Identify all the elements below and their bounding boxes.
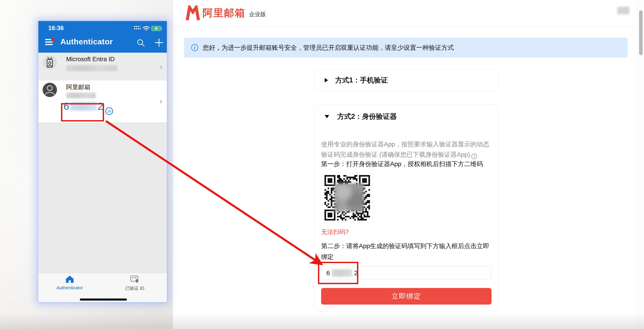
method2-description: 使用专业的身份验证器App，按照要求输入验证器显示的动态验证码完成身份验证 (请…	[321, 139, 493, 160]
screenshot-root: 16:36	[0, 0, 644, 329]
step1-instruction: 第一步：打开身份验证器App，授权相机后扫描下方二维码	[321, 160, 493, 168]
method1-title: 方式1：手机验证	[335, 75, 388, 85]
phone-app-header: 16:36	[38, 21, 167, 53]
add-account-icon[interactable]	[154, 38, 164, 47]
verified-id-card-icon	[130, 276, 139, 283]
phone-tab-bar: Authenticator 已验证 ID	[38, 273, 167, 302]
collapse-caret-icon	[325, 78, 328, 82]
phone-app-title: Authenticator	[60, 37, 113, 46]
brand-name: 阿里邮箱	[202, 6, 246, 20]
bind-now-button[interactable]: 立即绑定	[321, 288, 492, 305]
alimail-web-page: 阿里邮箱 企业版 i 您好，为进一步提升邮箱账号安全，管理员已开启双重认证功能，…	[173, 0, 644, 329]
blurred-account-email	[66, 65, 117, 71]
menu-icon[interactable]	[45, 39, 54, 47]
avatar	[42, 55, 57, 70]
status-bar-icons	[134, 25, 162, 32]
chevron-right-icon: ›	[160, 62, 162, 71]
cannot-scan-link[interactable]: 无法扫码?	[321, 228, 349, 236]
cellular-dual-sim-icon	[134, 26, 140, 29]
security-notice-banner: i 您好，为进一步提升邮箱账号安全，管理员已开启双重认证功能，请至少设置一种验证…	[184, 38, 628, 58]
divider	[321, 128, 492, 128]
account-name: 阿里邮箱	[66, 83, 90, 91]
annotation-box-input-code	[318, 262, 358, 284]
notification-dot	[51, 38, 54, 41]
id-badge-icon	[45, 57, 54, 68]
account-row-entra-id[interactable]: Microsoft Entra ID ›	[38, 53, 167, 80]
alimail-logo: 阿里邮箱 企业版	[186, 5, 266, 21]
avatar	[42, 83, 57, 97]
blurred-qr-center	[334, 183, 364, 212]
account-name: Microsoft Entra ID	[66, 56, 114, 63]
otp-countdown-timer: 28	[106, 107, 113, 115]
status-bar-time: 16:36	[48, 25, 64, 31]
method1-panel[interactable]: 方式1：手机验证	[314, 69, 498, 91]
scrollbar-track[interactable]	[638, 0, 644, 329]
info-icon[interactable]: i	[471, 154, 477, 159]
banner-text: 您好，为进一步提升邮箱账号安全，管理员已开启双重认证功能，请至少设置一种验证方式	[203, 43, 454, 52]
tab-verified-id[interactable]: 已验证 ID	[110, 276, 160, 291]
tab-label: Authenticator	[45, 285, 94, 291]
alimail-m-logo-icon	[186, 5, 200, 21]
annotation-box-phone-code	[61, 103, 104, 121]
home-indicator-bar[interactable]	[80, 299, 127, 301]
person-icon	[42, 83, 57, 97]
blurred-user-account-chip[interactable]	[617, 7, 630, 14]
method2-header[interactable]: 方式2：身份验证器	[325, 111, 490, 122]
page-header: 阿里邮箱 企业版	[173, 0, 644, 26]
battery-charging-icon	[152, 26, 162, 31]
scrollbar-thumb[interactable]	[639, 10, 643, 55]
step2-instruction: 第二步：请将App生成的验证码填写到下方输入框后点击立即绑定	[321, 241, 493, 263]
blurred-account-email	[66, 93, 96, 98]
wifi-icon	[143, 27, 149, 31]
expand-caret-icon	[325, 115, 329, 118]
info-icon: i	[191, 44, 198, 51]
chevron-right-icon: ›	[160, 97, 162, 106]
method2-title: 方式2：身份验证器	[337, 112, 397, 121]
search-icon[interactable]	[136, 38, 145, 47]
tab-authenticator[interactable]: Authenticator	[45, 276, 94, 291]
qr-code	[321, 173, 373, 223]
edition-badge: 企业版	[249, 10, 266, 18]
authenticator-phone-screenshot: 16:36	[38, 21, 167, 302]
tab-label: 已验证 ID	[110, 285, 160, 291]
home-icon	[66, 276, 74, 283]
